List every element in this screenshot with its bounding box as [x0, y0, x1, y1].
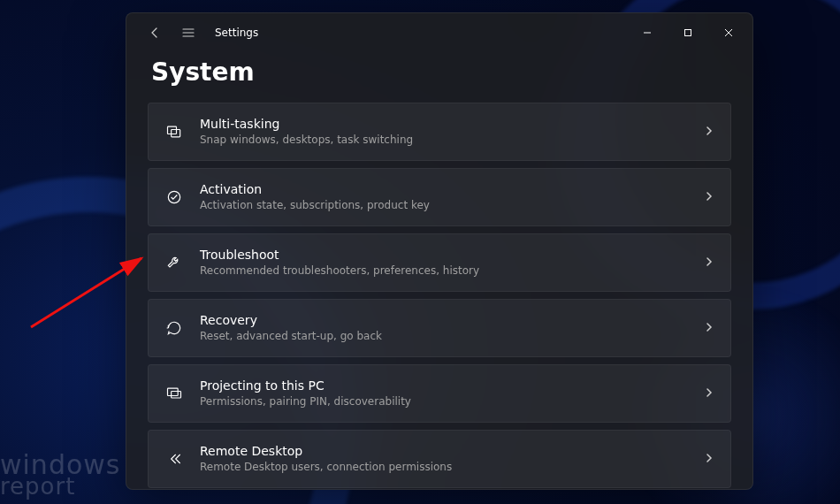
app-title: Settings [215, 27, 258, 39]
close-button[interactable] [708, 19, 749, 47]
item-title: Activation [200, 181, 704, 197]
svg-point-3 [168, 191, 179, 202]
watermark-line1: windows [0, 453, 120, 477]
settings-window: Settings System Multi-tasking Snap windo… [126, 12, 753, 490]
chevron-right-icon [704, 385, 714, 401]
remote-desktop-icon [164, 449, 184, 469]
item-desc: Activation state, subscriptions, product… [200, 198, 704, 213]
chevron-right-icon [704, 319, 714, 336]
settings-list: Multi-tasking Snap windows, desktops, ta… [126, 103, 752, 490]
chevron-right-icon [704, 450, 714, 467]
item-remote-desktop[interactable]: Remote Desktop Remote Desktop users, con… [148, 430, 731, 488]
item-desc: Reset, advanced start-up, go back [200, 329, 704, 344]
activation-icon [164, 187, 184, 207]
item-desc: Recommended troubleshooters, preferences… [200, 263, 704, 279]
item-recovery[interactable]: Recovery Reset, advanced start-up, go ba… [148, 299, 731, 357]
svg-rect-4 [168, 388, 179, 395]
recovery-icon [164, 318, 184, 338]
maximize-button[interactable] [668, 19, 708, 47]
item-projecting[interactable]: Projecting to this PC Permissions, pairi… [148, 364, 731, 423]
item-activation[interactable]: Activation Activation state, subscriptio… [148, 168, 731, 226]
item-title: Troubleshoot [200, 247, 704, 263]
item-multi-tasking[interactable]: Multi-tasking Snap windows, desktops, ta… [148, 103, 731, 161]
item-troubleshoot[interactable]: Troubleshoot Recommended troubleshooters… [148, 233, 731, 292]
page-title: System [126, 52, 752, 103]
back-button[interactable] [141, 19, 169, 47]
item-desc: Snap windows, desktops, task switching [200, 133, 704, 148]
item-desc: Remote Desktop users, connection permiss… [200, 460, 704, 475]
chevron-right-icon [704, 254, 714, 271]
troubleshoot-icon [164, 253, 184, 272]
projecting-icon [164, 384, 184, 403]
item-title: Remote Desktop [200, 443, 704, 459]
watermark-line2: report [0, 477, 120, 497]
item-title: Multi-tasking [200, 116, 704, 132]
item-title: Projecting to this PC [200, 378, 704, 393]
titlebar: Settings [126, 13, 752, 52]
chevron-right-icon [704, 188, 714, 205]
item-title: Recovery [200, 312, 704, 328]
multitasking-icon [164, 122, 184, 141]
chevron-right-icon [704, 123, 714, 140]
item-desc: Permissions, pairing PIN, discoverabilit… [200, 394, 704, 409]
svg-rect-0 [685, 30, 691, 36]
watermark: windows report [0, 453, 120, 497]
svg-rect-1 [168, 126, 177, 134]
svg-rect-5 [172, 391, 181, 398]
menu-button[interactable] [174, 19, 202, 47]
minimize-button[interactable] [627, 19, 668, 47]
svg-rect-2 [172, 129, 180, 136]
